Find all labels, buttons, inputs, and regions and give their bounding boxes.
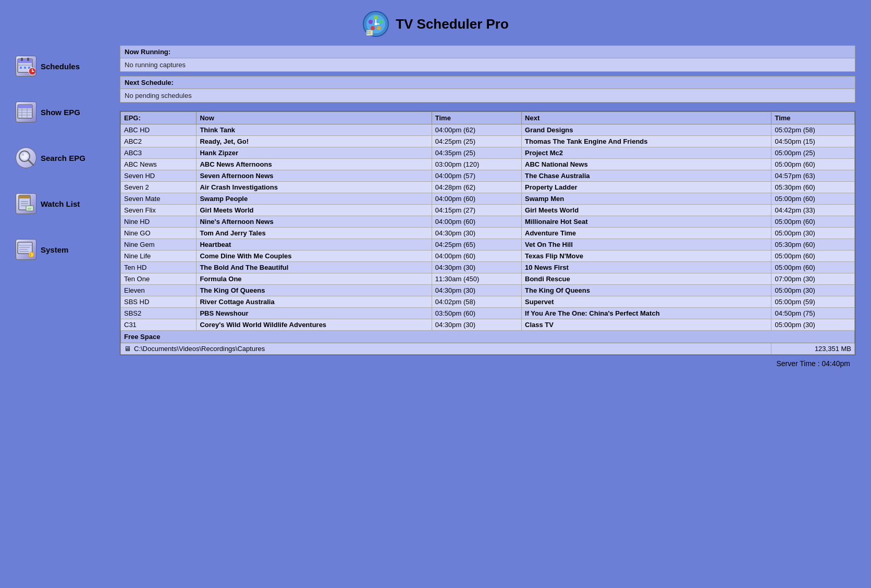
epg-table-container: EPG: Now Time Next Time ABC HD Think Tan…	[120, 111, 855, 355]
next-schedule-box: Next Schedule: No pending schedules	[120, 76, 855, 103]
schedules-label: Schedules	[41, 62, 80, 71]
epg-next-time: 05:02pm (58)	[771, 124, 855, 136]
epg-channel: SBS HD	[121, 296, 197, 308]
epg-row: Seven Flix Girl Meets World 04:15pm (27)…	[121, 205, 855, 216]
epg-row: SBS HD River Cottage Australia 04:02pm (…	[121, 296, 855, 308]
epg-channel: Nine GO	[121, 228, 197, 239]
epg-next: 10 News First	[522, 262, 771, 273]
sidebar-item-show-epg[interactable]: Show EPG	[16, 102, 109, 122]
svg-point-6	[369, 20, 373, 24]
svg-rect-49	[19, 251, 29, 252]
epg-row: Nine HD Nine's Afternoon News 04:00pm (6…	[121, 216, 855, 228]
svg-rect-47	[19, 247, 30, 248]
epg-now: Formula One	[197, 273, 432, 285]
epg-next-time: 05:30pm (60)	[771, 182, 855, 193]
footer-row: 🖥C:\Documents\Videos\Recordings\Captures…	[121, 343, 855, 355]
epg-now-time: 04:30pm (30)	[432, 319, 521, 331]
epg-row: C31 Corey's Wild World Wildlife Adventur…	[121, 319, 855, 331]
svg-rect-38	[19, 195, 30, 198]
app-icon	[362, 10, 389, 37]
watch-list-icon	[16, 193, 36, 214]
epg-now-time: 03:50pm (60)	[432, 308, 521, 319]
epg-next-time: 05:00pm (30)	[771, 319, 855, 331]
epg-next-time: 05:00pm (60)	[771, 159, 855, 170]
epg-next: The Chase Australia	[522, 170, 771, 182]
svg-point-9	[375, 23, 377, 26]
epg-row: Seven 2 Air Crash Investigations 04:28pm…	[121, 182, 855, 193]
free-space-size: 123,351 MB	[771, 343, 855, 355]
free-space-path: 🖥C:\Documents\Videos\Recordings\Captures	[121, 343, 771, 355]
epg-next: Thomas The Tank Engine And Friends	[522, 136, 771, 147]
epg-now: The Bold And The Beautiful	[197, 262, 432, 273]
epg-next-time: 05:30pm (60)	[771, 239, 855, 251]
epg-row: Nine GO Tom And Jerry Tales 04:30pm (30)…	[121, 228, 855, 239]
epg-now: Girl Meets World	[197, 205, 432, 216]
epg-now: Corey's Wild World Wildlife Adventures	[197, 319, 432, 331]
system-icon: !	[16, 239, 36, 260]
epg-next: Swamp Men	[522, 193, 771, 205]
epg-row: Eleven The King Of Queens 04:30pm (30) T…	[121, 285, 855, 296]
watch-list-label: Watch List	[41, 199, 80, 208]
col-next-time: Time	[771, 112, 855, 124]
header: TV Scheduler Pro	[0, 0, 871, 45]
epg-now: Seven Afternoon News	[197, 170, 432, 182]
epg-next: Millionaire Hot Seat	[522, 216, 771, 228]
sidebar-item-search-epg[interactable]: Search EPG	[16, 147, 109, 168]
epg-now-time: 03:00pm (120)	[432, 159, 521, 170]
epg-next-time: 05:00pm (59)	[771, 296, 855, 308]
svg-rect-18	[27, 58, 29, 61]
epg-next-time: 05:00pm (60)	[771, 193, 855, 205]
svg-line-35	[28, 160, 33, 165]
epg-now-time: 11:30am (450)	[432, 273, 521, 285]
epg-now: Come Dine With Me Couples	[197, 251, 432, 262]
free-space-row: Free Space	[121, 331, 855, 343]
svg-rect-13	[367, 33, 369, 34]
epg-row: ABC2 Ready, Jet, Go! 04:25pm (25) Thomas…	[121, 136, 855, 147]
svg-rect-11	[367, 31, 369, 32]
epg-next: The King Of Queens	[522, 285, 771, 296]
app-title: TV Scheduler Pro	[396, 16, 509, 32]
epg-now: Air Crash Investigations	[197, 182, 432, 193]
now-running-box: Now Running: No running captures	[120, 45, 855, 72]
epg-next: Property Ladder	[522, 182, 771, 193]
epg-now-time: 04:00pm (60)	[432, 216, 521, 228]
epg-next-time: 07:00pm (30)	[771, 273, 855, 285]
next-schedule-header: Next Schedule:	[120, 77, 855, 89]
svg-point-4	[377, 26, 381, 30]
sidebar-item-watch-list[interactable]: Watch List	[16, 193, 109, 214]
epg-row: Seven HD Seven Afternoon News 04:00pm (5…	[121, 170, 855, 182]
epg-next-time: 05:00pm (25)	[771, 147, 855, 159]
epg-now: Nine's Afternoon News	[197, 216, 432, 228]
now-running-header: Now Running:	[120, 46, 855, 58]
epg-row: ABC3 Hank Zipzer 04:35pm (25) Project Mc…	[121, 147, 855, 159]
epg-now: Tom And Jerry Tales	[197, 228, 432, 239]
epg-now-time: 04:30pm (30)	[432, 285, 521, 296]
epg-now: Heartbeat	[197, 239, 432, 251]
epg-channel: ABC HD	[121, 124, 197, 136]
sidebar-item-system[interactable]: ! System	[16, 239, 109, 260]
epg-now: PBS Newshour	[197, 308, 432, 319]
epg-next-time: 05:00pm (60)	[771, 262, 855, 273]
epg-next-time: 05:00pm (30)	[771, 285, 855, 296]
col-now: Now	[197, 112, 432, 124]
svg-rect-20	[20, 67, 22, 69]
epg-channel: Ten HD	[121, 262, 197, 273]
epg-channel: ABC2	[121, 136, 197, 147]
search-epg-icon	[16, 147, 36, 168]
epg-channel: Seven Flix	[121, 205, 197, 216]
epg-row: SBS2 PBS Newshour 03:50pm (60) If You Ar…	[121, 308, 855, 319]
epg-next-time: 04:57pm (63)	[771, 170, 855, 182]
svg-rect-17	[21, 58, 23, 61]
epg-next: Class TV	[522, 319, 771, 331]
show-epg-icon	[16, 102, 36, 122]
epg-now: Swamp People	[197, 193, 432, 205]
epg-next-time: 04:50pm (75)	[771, 308, 855, 319]
sidebar-item-schedules[interactable]: Schedules	[16, 56, 109, 77]
epg-now-time: 04:00pm (60)	[432, 193, 521, 205]
epg-channel: Nine HD	[121, 216, 197, 228]
epg-next: Vet On The Hill	[522, 239, 771, 251]
svg-text:!: !	[30, 253, 31, 257]
epg-now: River Cottage Australia	[197, 296, 432, 308]
content-area: Now Running: No running captures Next Sc…	[120, 45, 855, 368]
search-epg-label: Search EPG	[41, 154, 85, 162]
